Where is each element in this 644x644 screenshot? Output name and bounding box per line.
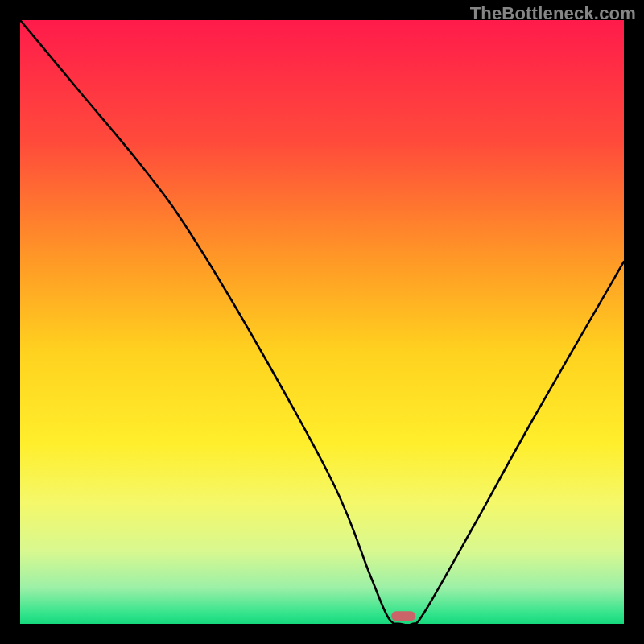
optimal-point-marker: [391, 611, 415, 621]
plot-area: [20, 20, 624, 624]
bottleneck-chart-svg: [20, 20, 624, 624]
watermark-text: TheBottleneck.com: [470, 3, 636, 24]
gradient-background: [20, 20, 624, 624]
chart-frame: TheBottleneck.com: [0, 0, 644, 644]
